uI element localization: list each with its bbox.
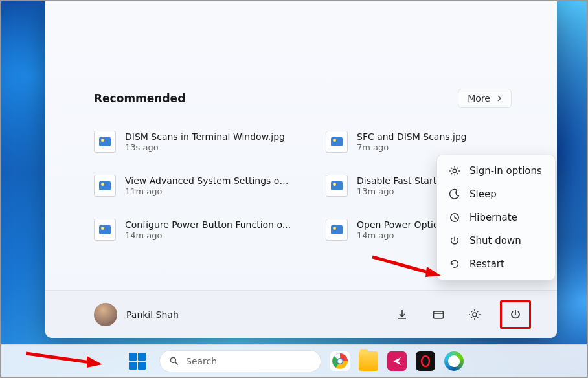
image-file-icon	[94, 131, 116, 153]
recommended-item[interactable]: SFC and DISM Scans.jpg 7m ago	[326, 131, 512, 153]
file-name: SFC and DISM Scans.jpg	[357, 131, 467, 142]
gear-icon	[449, 165, 460, 177]
sign-in-options[interactable]: Sign-in options	[437, 159, 555, 183]
recommended-heading: Recommended	[94, 92, 185, 105]
footer-actions	[391, 300, 531, 329]
clock-icon	[449, 212, 460, 223]
file-time: 11m ago	[125, 186, 293, 196]
power-icon	[449, 235, 460, 247]
menu-label: Restart	[469, 258, 504, 270]
more-button[interactable]: More	[458, 89, 512, 108]
power-icon	[509, 308, 522, 321]
user-account-button[interactable]: Pankil Shah	[94, 303, 179, 326]
svg-point-1	[473, 313, 477, 317]
user-name-label: Pankil Shah	[126, 309, 179, 320]
menu-label: Hibernate	[469, 212, 517, 223]
svg-point-8	[422, 356, 429, 366]
file-time: 13s ago	[125, 142, 285, 152]
taskbar-edge[interactable]	[444, 351, 464, 371]
file-explorer-button[interactable]	[427, 304, 449, 326]
sleep[interactable]: Sleep	[437, 183, 555, 206]
start-footer: Pankil Shah	[45, 290, 557, 338]
file-name: DISM Scans in Terminal Window.jpg	[125, 131, 285, 142]
downloads-button[interactable]	[391, 304, 413, 326]
image-file-icon	[326, 175, 348, 197]
image-file-icon	[94, 219, 116, 241]
file-time: 7m ago	[357, 142, 467, 152]
windows-logo-icon	[129, 353, 146, 370]
power-button[interactable]	[500, 300, 531, 329]
taskbar-app-pink[interactable]	[387, 351, 407, 371]
power-menu: Sign-in options Sleep Hibernate Shut dow…	[436, 155, 556, 280]
search-placeholder: Search	[186, 356, 217, 366]
hibernate[interactable]: Hibernate	[437, 206, 555, 229]
taskbar-file-explorer[interactable]	[359, 351, 378, 371]
image-file-icon	[326, 131, 348, 153]
moon-icon	[449, 188, 460, 200]
svg-point-2	[453, 169, 456, 172]
chevron-right-icon	[497, 94, 502, 102]
restart-icon	[449, 258, 460, 270]
gear-icon	[468, 308, 481, 321]
shut-down[interactable]: Shut down	[437, 229, 555, 252]
opera-icon	[419, 355, 432, 368]
taskbar-search[interactable]: Search	[159, 350, 321, 372]
taskbar: Search	[1, 344, 587, 377]
file-time: 14m ago	[357, 230, 447, 240]
svg-point-4	[170, 357, 175, 362]
image-file-icon	[94, 175, 116, 197]
menu-label: Sleep	[469, 188, 497, 200]
folder-icon	[432, 308, 445, 321]
image-file-icon	[326, 219, 348, 241]
settings-button[interactable]	[464, 304, 486, 326]
restart[interactable]: Restart	[437, 252, 555, 276]
start-button[interactable]	[124, 348, 150, 374]
chrome-icon	[332, 353, 348, 370]
taskbar-opera-gx[interactable]	[416, 351, 435, 371]
file-time: 14m ago	[125, 230, 291, 240]
file-name: Configure Power Button Function o...	[125, 219, 291, 230]
taskbar-chrome[interactable]	[330, 351, 350, 371]
menu-label: Sign-in options	[469, 165, 542, 177]
svg-rect-0	[434, 311, 444, 318]
recommended-item[interactable]: DISM Scans in Terminal Window.jpg 13s ag…	[94, 131, 293, 153]
download-icon	[396, 308, 409, 321]
recommended-item[interactable]: Configure Power Button Function o... 14m…	[94, 219, 293, 241]
menu-label: Shut down	[469, 235, 521, 247]
more-label: More	[468, 93, 490, 104]
send-icon	[392, 356, 402, 366]
file-name: Open Power Optio...	[357, 219, 447, 230]
avatar	[94, 303, 117, 326]
recommended-item[interactable]: View Advanced System Settings on... 11m …	[94, 175, 293, 197]
file-name: View Advanced System Settings on...	[125, 175, 293, 186]
svg-point-7	[338, 359, 343, 363]
search-icon	[169, 356, 179, 366]
